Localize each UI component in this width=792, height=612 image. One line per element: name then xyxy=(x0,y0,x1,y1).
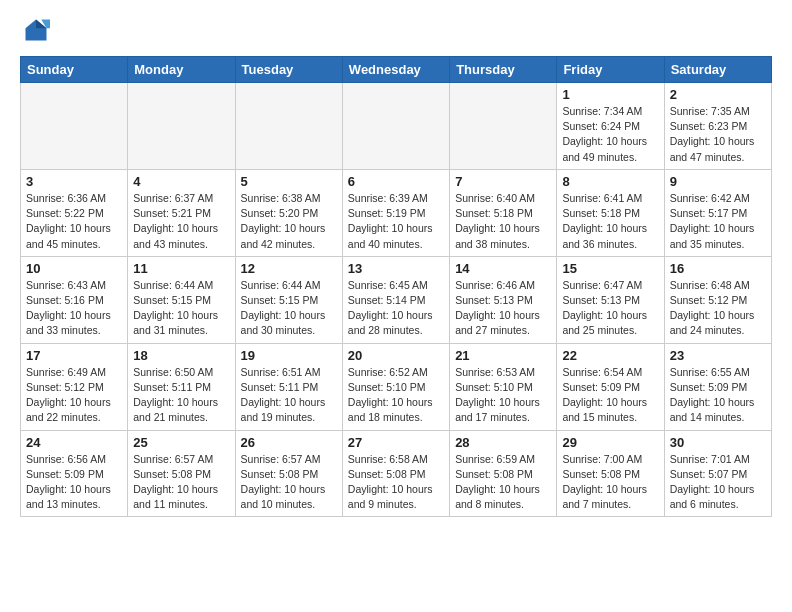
day-info: Sunrise: 7:00 AM Sunset: 5:08 PM Dayligh… xyxy=(562,452,658,513)
day-cell xyxy=(450,83,557,170)
day-number: 26 xyxy=(241,435,337,450)
header xyxy=(20,16,772,48)
day-number: 6 xyxy=(348,174,444,189)
day-info: Sunrise: 6:40 AM Sunset: 5:18 PM Dayligh… xyxy=(455,191,551,252)
day-cell: 1Sunrise: 7:34 AM Sunset: 6:24 PM Daylig… xyxy=(557,83,664,170)
day-info: Sunrise: 6:42 AM Sunset: 5:17 PM Dayligh… xyxy=(670,191,766,252)
day-number: 19 xyxy=(241,348,337,363)
day-info: Sunrise: 6:57 AM Sunset: 5:08 PM Dayligh… xyxy=(133,452,229,513)
day-info: Sunrise: 6:44 AM Sunset: 5:15 PM Dayligh… xyxy=(241,278,337,339)
day-info: Sunrise: 6:43 AM Sunset: 5:16 PM Dayligh… xyxy=(26,278,122,339)
day-number: 30 xyxy=(670,435,766,450)
day-info: Sunrise: 7:34 AM Sunset: 6:24 PM Dayligh… xyxy=(562,104,658,165)
day-number: 15 xyxy=(562,261,658,276)
day-number: 9 xyxy=(670,174,766,189)
calendar: SundayMondayTuesdayWednesdayThursdayFrid… xyxy=(20,56,772,517)
day-number: 10 xyxy=(26,261,122,276)
day-number: 21 xyxy=(455,348,551,363)
page: SundayMondayTuesdayWednesdayThursdayFrid… xyxy=(0,0,792,533)
day-number: 25 xyxy=(133,435,229,450)
day-number: 24 xyxy=(26,435,122,450)
col-header-tuesday: Tuesday xyxy=(235,57,342,83)
day-cell: 11Sunrise: 6:44 AM Sunset: 5:15 PM Dayli… xyxy=(128,256,235,343)
day-cell: 22Sunrise: 6:54 AM Sunset: 5:09 PM Dayli… xyxy=(557,343,664,430)
day-cell: 2Sunrise: 7:35 AM Sunset: 6:23 PM Daylig… xyxy=(664,83,771,170)
day-number: 18 xyxy=(133,348,229,363)
day-number: 27 xyxy=(348,435,444,450)
day-info: Sunrise: 6:57 AM Sunset: 5:08 PM Dayligh… xyxy=(241,452,337,513)
day-cell: 24Sunrise: 6:56 AM Sunset: 5:09 PM Dayli… xyxy=(21,430,128,517)
day-info: Sunrise: 6:52 AM Sunset: 5:10 PM Dayligh… xyxy=(348,365,444,426)
day-info: Sunrise: 6:49 AM Sunset: 5:12 PM Dayligh… xyxy=(26,365,122,426)
day-cell: 19Sunrise: 6:51 AM Sunset: 5:11 PM Dayli… xyxy=(235,343,342,430)
day-cell: 10Sunrise: 6:43 AM Sunset: 5:16 PM Dayli… xyxy=(21,256,128,343)
day-cell: 18Sunrise: 6:50 AM Sunset: 5:11 PM Dayli… xyxy=(128,343,235,430)
day-info: Sunrise: 6:45 AM Sunset: 5:14 PM Dayligh… xyxy=(348,278,444,339)
day-cell: 8Sunrise: 6:41 AM Sunset: 5:18 PM Daylig… xyxy=(557,169,664,256)
day-number: 1 xyxy=(562,87,658,102)
day-cell: 13Sunrise: 6:45 AM Sunset: 5:14 PM Dayli… xyxy=(342,256,449,343)
day-info: Sunrise: 6:56 AM Sunset: 5:09 PM Dayligh… xyxy=(26,452,122,513)
day-cell: 4Sunrise: 6:37 AM Sunset: 5:21 PM Daylig… xyxy=(128,169,235,256)
day-cell: 5Sunrise: 6:38 AM Sunset: 5:20 PM Daylig… xyxy=(235,169,342,256)
day-cell: 3Sunrise: 6:36 AM Sunset: 5:22 PM Daylig… xyxy=(21,169,128,256)
day-number: 14 xyxy=(455,261,551,276)
day-cell: 26Sunrise: 6:57 AM Sunset: 5:08 PM Dayli… xyxy=(235,430,342,517)
day-info: Sunrise: 6:46 AM Sunset: 5:13 PM Dayligh… xyxy=(455,278,551,339)
day-cell: 23Sunrise: 6:55 AM Sunset: 5:09 PM Dayli… xyxy=(664,343,771,430)
day-number: 20 xyxy=(348,348,444,363)
col-header-wednesday: Wednesday xyxy=(342,57,449,83)
day-cell xyxy=(21,83,128,170)
week-row-4: 24Sunrise: 6:56 AM Sunset: 5:09 PM Dayli… xyxy=(21,430,772,517)
day-number: 28 xyxy=(455,435,551,450)
day-number: 17 xyxy=(26,348,122,363)
day-number: 4 xyxy=(133,174,229,189)
day-cell: 6Sunrise: 6:39 AM Sunset: 5:19 PM Daylig… xyxy=(342,169,449,256)
logo xyxy=(20,16,54,48)
calendar-header-row: SundayMondayTuesdayWednesdayThursdayFrid… xyxy=(21,57,772,83)
day-cell: 16Sunrise: 6:48 AM Sunset: 5:12 PM Dayli… xyxy=(664,256,771,343)
day-cell: 28Sunrise: 6:59 AM Sunset: 5:08 PM Dayli… xyxy=(450,430,557,517)
day-info: Sunrise: 6:53 AM Sunset: 5:10 PM Dayligh… xyxy=(455,365,551,426)
day-info: Sunrise: 6:54 AM Sunset: 5:09 PM Dayligh… xyxy=(562,365,658,426)
week-row-3: 17Sunrise: 6:49 AM Sunset: 5:12 PM Dayli… xyxy=(21,343,772,430)
week-row-0: 1Sunrise: 7:34 AM Sunset: 6:24 PM Daylig… xyxy=(21,83,772,170)
day-number: 29 xyxy=(562,435,658,450)
day-info: Sunrise: 6:38 AM Sunset: 5:20 PM Dayligh… xyxy=(241,191,337,252)
day-cell: 9Sunrise: 6:42 AM Sunset: 5:17 PM Daylig… xyxy=(664,169,771,256)
day-cell: 20Sunrise: 6:52 AM Sunset: 5:10 PM Dayli… xyxy=(342,343,449,430)
day-cell: 25Sunrise: 6:57 AM Sunset: 5:08 PM Dayli… xyxy=(128,430,235,517)
col-header-sunday: Sunday xyxy=(21,57,128,83)
day-number: 22 xyxy=(562,348,658,363)
day-info: Sunrise: 7:35 AM Sunset: 6:23 PM Dayligh… xyxy=(670,104,766,165)
day-number: 3 xyxy=(26,174,122,189)
day-number: 12 xyxy=(241,261,337,276)
col-header-saturday: Saturday xyxy=(664,57,771,83)
col-header-friday: Friday xyxy=(557,57,664,83)
day-info: Sunrise: 6:51 AM Sunset: 5:11 PM Dayligh… xyxy=(241,365,337,426)
day-info: Sunrise: 6:47 AM Sunset: 5:13 PM Dayligh… xyxy=(562,278,658,339)
day-info: Sunrise: 6:39 AM Sunset: 5:19 PM Dayligh… xyxy=(348,191,444,252)
day-cell xyxy=(128,83,235,170)
day-info: Sunrise: 6:55 AM Sunset: 5:09 PM Dayligh… xyxy=(670,365,766,426)
logo-icon xyxy=(22,16,50,44)
day-cell: 21Sunrise: 6:53 AM Sunset: 5:10 PM Dayli… xyxy=(450,343,557,430)
day-number: 16 xyxy=(670,261,766,276)
day-info: Sunrise: 6:48 AM Sunset: 5:12 PM Dayligh… xyxy=(670,278,766,339)
day-cell: 14Sunrise: 6:46 AM Sunset: 5:13 PM Dayli… xyxy=(450,256,557,343)
day-number: 8 xyxy=(562,174,658,189)
week-row-2: 10Sunrise: 6:43 AM Sunset: 5:16 PM Dayli… xyxy=(21,256,772,343)
day-cell xyxy=(342,83,449,170)
day-info: Sunrise: 6:58 AM Sunset: 5:08 PM Dayligh… xyxy=(348,452,444,513)
day-info: Sunrise: 6:37 AM Sunset: 5:21 PM Dayligh… xyxy=(133,191,229,252)
day-number: 7 xyxy=(455,174,551,189)
day-cell: 12Sunrise: 6:44 AM Sunset: 5:15 PM Dayli… xyxy=(235,256,342,343)
day-number: 11 xyxy=(133,261,229,276)
day-info: Sunrise: 6:59 AM Sunset: 5:08 PM Dayligh… xyxy=(455,452,551,513)
day-info: Sunrise: 7:01 AM Sunset: 5:07 PM Dayligh… xyxy=(670,452,766,513)
col-header-thursday: Thursday xyxy=(450,57,557,83)
day-cell: 15Sunrise: 6:47 AM Sunset: 5:13 PM Dayli… xyxy=(557,256,664,343)
day-cell: 7Sunrise: 6:40 AM Sunset: 5:18 PM Daylig… xyxy=(450,169,557,256)
day-cell: 29Sunrise: 7:00 AM Sunset: 5:08 PM Dayli… xyxy=(557,430,664,517)
day-info: Sunrise: 6:36 AM Sunset: 5:22 PM Dayligh… xyxy=(26,191,122,252)
